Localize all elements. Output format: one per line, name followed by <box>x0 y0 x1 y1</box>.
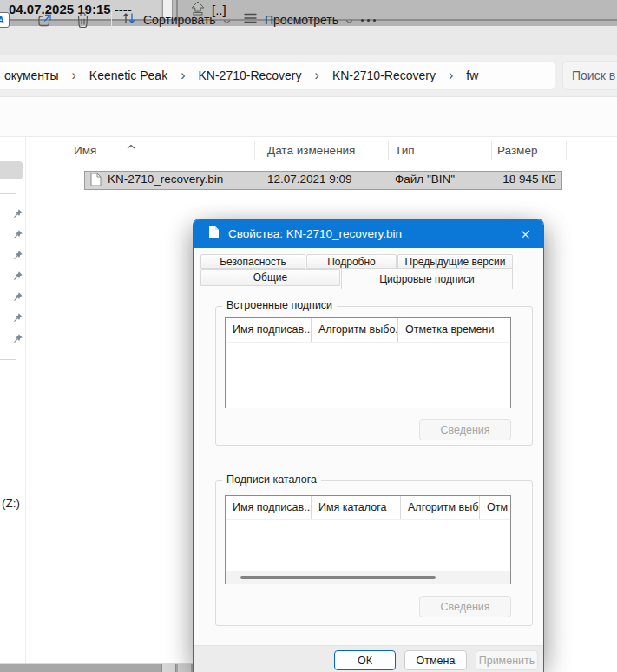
list-header: Имя подписав... Имя каталога Алгоритм вы… <box>226 496 510 520</box>
column-signer-name[interactable]: Имя подписав... <box>226 496 312 519</box>
dialog-footer: ОК Отмена Применить <box>194 645 543 672</box>
column-timestamp[interactable]: Отметка времени <box>398 318 510 342</box>
scrollbar-button[interactable] <box>161 664 176 672</box>
column-digest-algorithm[interactable]: Алгоритм выбо... <box>312 318 398 342</box>
header-underline <box>68 166 568 166</box>
file-name[interactable]: KN-2710_recovery.bin <box>108 173 223 186</box>
breadcrumb-item-documents[interactable]: окументы <box>1 67 62 84</box>
sort-button[interactable]: Сортировать <box>121 8 231 32</box>
file-icon <box>90 173 102 190</box>
pin-icon[interactable] <box>12 270 23 285</box>
column-signer-name[interactable]: Имя подписав... <box>226 318 312 342</box>
breadcrumb[interactable]: окументы › Keenetic Peak › KN-2710-Recov… <box>0 61 555 90</box>
catalog-signatures-label: Подписи каталога <box>222 473 321 486</box>
navpane-selected-item-fragment[interactable] <box>0 161 23 179</box>
embedded-signatures-group: Встроенные подписи Имя подписав... Алгор… <box>215 306 533 446</box>
pin-icon[interactable] <box>12 332 23 348</box>
sort-arrows-icon <box>121 11 136 29</box>
column-resize-handle[interactable] <box>388 141 389 160</box>
view-label: Просмотреть <box>265 13 338 27</box>
view-lines-icon <box>243 12 258 28</box>
cancel-button[interactable]: Отмена <box>404 650 467 670</box>
pin-icon[interactable] <box>12 207 23 223</box>
dialog-titlebar[interactable]: Свойства: KN-2710_recovery.bin <box>194 219 543 248</box>
tab-details[interactable]: Подробно <box>306 254 397 269</box>
pin-icon[interactable] <box>12 228 23 244</box>
ok-button[interactable]: ОК <box>334 650 396 670</box>
column-header-type[interactable]: Тип <box>395 144 415 157</box>
list-header: Имя подписав... Алгоритм выбо... Отметка… <box>226 318 510 343</box>
list-horizontal-scrollbar[interactable] <box>226 571 510 584</box>
delete-trash-icon[interactable] <box>73 10 92 29</box>
column-resize-handle[interactable] <box>566 141 567 160</box>
tab-digital-signatures[interactable]: Цифровые подписи <box>341 268 513 289</box>
breadcrumb-item-fw[interactable]: fw <box>463 67 482 84</box>
file-type: Файл "BIN" <box>395 173 455 186</box>
tab-previous-versions[interactable]: Предыдущие версии <box>397 254 513 269</box>
chevron-right-icon: › <box>315 69 319 82</box>
view-button[interactable]: Просмотреть <box>243 8 353 32</box>
search-input[interactable]: Поиск в <box>562 61 617 90</box>
column-timestamp-clipped[interactable]: Отм <box>480 496 510 519</box>
pin-icon[interactable] <box>12 311 23 327</box>
navpane-separator <box>0 359 16 360</box>
tab-general[interactable]: Общие <box>200 269 340 286</box>
close-icon[interactable] <box>518 227 532 241</box>
column-catalog-name[interactable]: Имя каталога <box>312 496 401 519</box>
ellipsis-icon <box>361 19 364 22</box>
column-header-name[interactable]: Имя <box>74 144 96 157</box>
file-modified: 12.07.2021 9:09 <box>267 173 352 186</box>
scrollbar-thumb[interactable] <box>240 576 436 579</box>
catalog-signatures-list[interactable]: Имя подписав... Имя каталога Алгоритм вы… <box>225 495 511 584</box>
column-resize-handle[interactable] <box>254 141 255 160</box>
file-date-text: 04.07.2025 19:15 ---- <box>9 2 132 16</box>
tab-security[interactable]: Безопасность <box>200 254 305 269</box>
catalog-signatures-group: Подписи каталога Имя подписав... Имя кат… <box>215 480 533 626</box>
explorer-toolbar <box>0 97 617 137</box>
file-size: 18 945 КБ <box>451 173 556 186</box>
navpane-divider[interactable] <box>25 137 26 665</box>
pin-icon[interactable] <box>12 249 23 264</box>
breadcrumb-item-kn2710-recovery-2[interactable]: KN-2710-Recovery <box>329 67 439 84</box>
chevron-down-icon <box>345 12 353 28</box>
chevron-right-icon: › <box>181 69 185 82</box>
sort-label: Сортировать <box>143 13 216 27</box>
chevron-down-icon <box>223 12 231 28</box>
column-digest-algorithm[interactable]: Алгоритм выбо... <box>401 496 480 519</box>
dialog-title: Свойства: KN-2710_recovery.bin <box>228 227 402 240</box>
navpane-separator <box>0 193 16 194</box>
details-button-embedded[interactable]: Сведения <box>419 419 511 440</box>
document-icon <box>208 225 220 243</box>
breadcrumb-item-keenetic-peak[interactable]: Keenetic Peak <box>86 67 171 84</box>
column-header-size[interactable]: Размер <box>497 144 537 157</box>
column-header-modified[interactable]: Дата изменения <box>267 144 355 157</box>
chevron-right-icon: › <box>72 69 76 82</box>
scrollbar-button[interactable] <box>178 664 191 672</box>
breadcrumb-item-kn2710-recovery-1[interactable]: KN-2710-Recovery <box>194 67 305 84</box>
navpane-drive-label[interactable]: (Z:) <box>2 497 20 510</box>
properties-dialog: Свойства: KN-2710_recovery.bin Безопасно… <box>193 219 544 672</box>
chevron-right-icon: › <box>449 69 453 82</box>
screen: 04.07.2025 19:15 ---- [..] окументы › Ke… <box>0 0 617 672</box>
embedded-signatures-list[interactable]: Имя подписав... Алгоритм выбо... Отметка… <box>225 317 511 408</box>
embedded-signatures-label: Встроенные подписи <box>222 299 337 311</box>
sort-ascending-icon[interactable] <box>127 137 135 153</box>
more-options-button[interactable] <box>361 8 376 32</box>
pin-icon[interactable] <box>12 290 23 306</box>
rename-icon[interactable]: A <box>0 12 10 28</box>
details-button-catalog[interactable]: Сведения <box>419 596 511 617</box>
apply-button[interactable]: Применить <box>476 650 538 670</box>
column-resize-handle[interactable] <box>491 141 492 160</box>
toolbar-separator <box>111 9 112 30</box>
share-icon[interactable] <box>35 10 54 29</box>
